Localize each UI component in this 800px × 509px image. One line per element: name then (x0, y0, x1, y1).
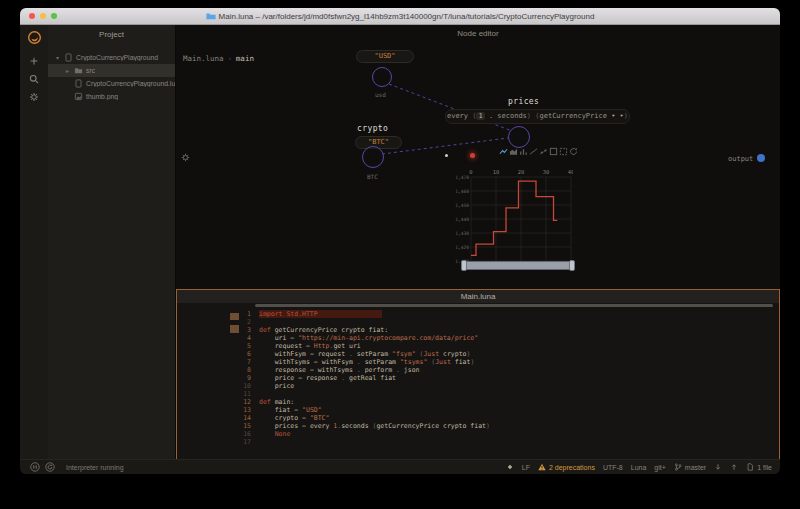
code-token: withTsyms (318, 366, 357, 374)
svg-text:10: 10 (493, 169, 500, 175)
chevron-right-icon[interactable]: ▸ (64, 67, 71, 74)
code-line: 12def main: (177, 398, 779, 406)
code-token: = (302, 414, 310, 422)
code-token: = (314, 358, 322, 366)
status-item-arrow-down[interactable] (714, 463, 722, 471)
close-button[interactable] (29, 13, 35, 19)
tree-item-cryptocurrencyplayground[interactable]: ▾CryptoCurrencyPlayground (48, 51, 175, 64)
chevron-down-icon[interactable]: ▾ (54, 54, 61, 61)
svg-text:20: 20 (518, 169, 525, 175)
status-item-git-[interactable]: git+ (654, 464, 665, 471)
frame-icon[interactable] (549, 147, 558, 156)
settings-icon[interactable] (28, 91, 40, 103)
code-token: crypto (259, 414, 302, 422)
status-item-master[interactable]: master (674, 463, 706, 471)
horizontal-scrollbar[interactable] (255, 304, 773, 307)
project-tree: ▾CryptoCurrencyPlayground▸srcCryptoCurre… (48, 51, 175, 103)
code-text: price = response . getReal fiat (259, 374, 396, 382)
svg-text:11,430: 11,430 (455, 231, 469, 236)
code-token: def (259, 398, 275, 406)
code-token: Http (314, 342, 330, 350)
trend-line-icon[interactable] (529, 147, 538, 156)
line-number: 4 (177, 334, 259, 342)
code-token: None (259, 430, 290, 438)
code-token: crypto (443, 350, 466, 358)
node-usd-port[interactable] (372, 67, 392, 87)
status-item-label: 1 file (757, 464, 772, 471)
main-content: Project ▾CryptoCurrencyPlayground▸srcCry… (20, 25, 780, 459)
area-chart-icon[interactable] (509, 147, 518, 156)
status-item-utf-8[interactable]: UTF-8 (603, 464, 623, 471)
code-token: every (310, 422, 333, 430)
code-line: 6 withFsym = request . setParam "fsym" (… (177, 350, 779, 358)
status-item-diamond[interactable] (506, 463, 514, 471)
status-item-2-deprecations[interactable]: 2 deprecations (538, 463, 595, 471)
status-item-luna[interactable]: Luna (631, 464, 647, 471)
expression-token: 1 (476, 112, 484, 120)
tree-item-label: CryptoCurrencyPlayground.lunaproject (86, 80, 175, 87)
titlebar: Main.luna – /var/folders/jd/md0fsfwn2yg_… (20, 8, 780, 25)
minimize-button[interactable] (40, 13, 46, 19)
code-token: request (318, 350, 349, 358)
code-token: response (259, 366, 310, 374)
node-usd-port-label: usd (375, 91, 386, 98)
code-editor[interactable]: 1import Std.HTTP23def getCurrencyPrice c… (177, 303, 779, 460)
node-editor[interactable]: Node editor Main.luna›main "USD" usd cry… (176, 25, 780, 289)
code-token: . (396, 366, 404, 374)
slider-handle-left[interactable] (461, 260, 467, 271)
node-editor-gear-icon[interactable] (180, 152, 191, 163)
scatter-icon[interactable] (539, 147, 548, 156)
statusbar-left: Interpreter running (20, 462, 124, 472)
zoom-button[interactable] (51, 13, 57, 19)
refresh-icon[interactable] (569, 147, 578, 156)
tree-item-src[interactable]: ▸src (48, 64, 175, 77)
status-item-1-file[interactable]: 1 file (746, 463, 772, 471)
tree-item-label: src (86, 67, 95, 74)
bar-chart-icon[interactable] (519, 147, 528, 156)
code-line: 10 price (177, 382, 779, 390)
code-line: 1import Std.HTTP (177, 310, 779, 318)
chart-range-slider[interactable] (462, 261, 574, 270)
node-prices-port[interactable] (508, 126, 530, 148)
code-token: . (349, 350, 357, 358)
search-icon[interactable] (28, 73, 40, 85)
output-port[interactable] (757, 154, 765, 162)
code-line: 5 request = Http.get uri (177, 342, 779, 350)
tree-item-cryptocurrencyplayground-lunaproject[interactable]: CryptoCurrencyPlayground.lunaproject (48, 77, 175, 90)
code-token: prices (259, 422, 302, 430)
slider-handle-right[interactable] (569, 260, 575, 271)
price-chart: 11,47011,46011,45011,44011,43011,42011,4… (455, 167, 573, 263)
code-line: 16 None (177, 430, 779, 438)
code-text: prices = every 1.seconds (getCurrencyPri… (259, 422, 490, 430)
folder-icon (74, 66, 83, 75)
code-token: perform (365, 366, 396, 374)
svg-text:30: 30 (543, 169, 550, 175)
status-item-arrow-up[interactable] (730, 463, 738, 471)
frame-dashed-icon[interactable] (559, 147, 568, 156)
pause-interpreter-button[interactable] (30, 462, 40, 472)
line-number: 5 (177, 342, 259, 350)
code-token: Just (435, 358, 455, 366)
line-number: 8 (177, 366, 259, 374)
code-token: . (357, 366, 365, 374)
node-usd-value[interactable]: "USD" (356, 50, 414, 63)
tree-item-thumb-png[interactable]: thumb.png (48, 90, 175, 103)
expression-token: . seconds (485, 112, 527, 120)
code-panel-title: Main.luna (177, 290, 779, 303)
add-icon[interactable] (28, 55, 40, 67)
status-item-lf[interactable]: LF (522, 464, 530, 471)
code-token: get uri (333, 342, 360, 350)
editor-column: Node editor Main.luna›main "USD" usd cry… (176, 25, 780, 459)
node-crypto-port[interactable] (362, 146, 384, 168)
svg-text:11,450: 11,450 (455, 203, 469, 208)
line-number: 16 (177, 430, 259, 438)
node-prices-expression[interactable]: every (1 . seconds) (getCurrencyPrice • … (445, 109, 630, 124)
restart-interpreter-button[interactable] (45, 462, 55, 472)
line-number: 13 (177, 406, 259, 414)
code-text: request = Http.get uri (259, 342, 361, 350)
code-text: withFsym = request . setParam "fsym" (Ju… (259, 350, 470, 358)
line-chart-icon[interactable] (499, 147, 508, 156)
expression-token: every (447, 112, 472, 120)
line-number: 6 (177, 350, 259, 358)
code-token: Just (423, 350, 443, 358)
